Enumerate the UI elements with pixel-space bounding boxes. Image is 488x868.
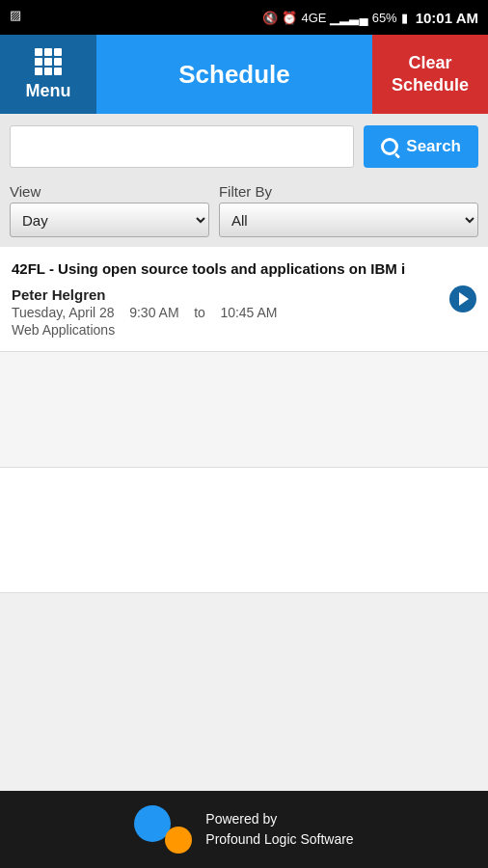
view-select[interactable]: Day Week All bbox=[10, 203, 209, 237]
arrow-right-icon bbox=[459, 292, 469, 306]
battery-icon: 65% bbox=[372, 11, 397, 25]
empty-card-1 bbox=[0, 352, 488, 468]
session-card: 42FL - Using open source tools and appli… bbox=[0, 247, 488, 352]
alarm-icon: ⏰ bbox=[282, 11, 297, 25]
session-time-start: 9:30 AM bbox=[129, 305, 178, 320]
status-time: 10:01 AM bbox=[416, 10, 478, 26]
menu-label: Menu bbox=[26, 81, 71, 101]
screen-icon: ▨ bbox=[10, 8, 21, 22]
view-label: View bbox=[10, 183, 209, 200]
logo-orange-circle bbox=[165, 827, 192, 854]
search-button[interactable]: Search bbox=[364, 125, 478, 168]
filterby-select[interactable]: All Web Applications Cloud Security bbox=[219, 203, 478, 237]
footer-company: Profound Logic Software bbox=[205, 829, 353, 850]
schedule-title: Schedule bbox=[96, 35, 372, 114]
session-detail-arrow[interactable] bbox=[449, 285, 476, 312]
search-icon bbox=[381, 138, 398, 155]
session-title: 42FL - Using open source tools and appli… bbox=[12, 260, 476, 277]
filter-row: View Day Week All Filter By All Web Appl… bbox=[0, 179, 488, 247]
footer-logo bbox=[134, 805, 192, 854]
menu-grid-icon bbox=[35, 48, 62, 75]
clear-schedule-button[interactable]: ClearSchedule bbox=[372, 35, 488, 114]
search-input[interactable] bbox=[10, 125, 354, 168]
filterby-group: Filter By All Web Applications Cloud Sec… bbox=[219, 183, 478, 237]
footer-powered-by: Powered by bbox=[205, 809, 353, 829]
session-date: Tuesday, April 28 bbox=[12, 305, 115, 320]
session-date-time: Tuesday, April 28 9:30 AM to 10:45 AM bbox=[12, 305, 476, 320]
lte-icon: 4GE bbox=[301, 11, 326, 25]
nav-bar: Menu Schedule ClearSchedule bbox=[0, 35, 488, 114]
session-presenter: Peter Helgren bbox=[12, 286, 476, 303]
signal-icon: ▁▂▃▄ bbox=[330, 11, 367, 25]
mute-icon: 🔇 bbox=[262, 11, 278, 25]
footer: Powered by Profound Logic Software bbox=[0, 791, 488, 868]
filterby-label: Filter By bbox=[219, 183, 478, 200]
search-bar: Search bbox=[0, 114, 488, 179]
session-time-to: to bbox=[194, 305, 205, 320]
status-bar: ▨ 🔇 ⏰ 4GE ▁▂▃▄ 65% ▮ 10:01 AM bbox=[0, 0, 488, 35]
menu-button[interactable]: Menu bbox=[0, 35, 96, 114]
battery-symbol: ▮ bbox=[401, 11, 408, 25]
empty-card-2 bbox=[0, 468, 488, 593]
session-category: Web Applications bbox=[12, 322, 476, 338]
session-time-end: 10:45 AM bbox=[220, 305, 277, 320]
footer-text: Powered by Profound Logic Software bbox=[205, 809, 353, 850]
search-button-label: Search bbox=[406, 137, 461, 156]
view-filter-group: View Day Week All bbox=[10, 183, 209, 237]
clear-schedule-label: ClearSchedule bbox=[392, 52, 469, 97]
